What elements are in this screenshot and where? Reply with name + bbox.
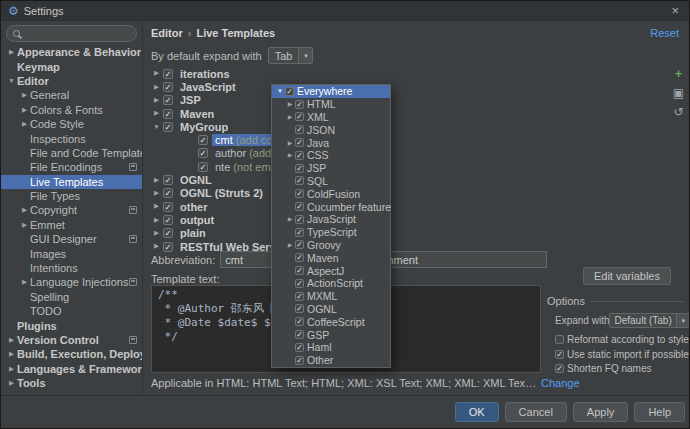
context-item-html[interactable]: ▶✓HTML [272,98,390,111]
search-input[interactable] [24,28,130,40]
checkbox[interactable]: ✓ [163,228,173,238]
checkbox[interactable]: ✓ [163,82,173,92]
chevron-right-icon[interactable]: ▶ [19,121,30,128]
context-item-coffeescript[interactable]: ✓CoffeeScript [272,315,390,328]
sidebar-item-live-templates[interactable]: Live Templates [1,175,142,189]
chevron-right-icon[interactable]: ▶ [6,380,17,387]
apply-button[interactable]: Apply [573,402,629,422]
checkbox[interactable]: ✓ [163,122,173,132]
chevron-right-icon[interactable]: ▶ [19,92,30,99]
context-item-json[interactable]: ✓JSON [272,123,390,136]
template-group-row-plain[interactable]: ▶✓plain [147,227,671,240]
sidebar-item-colors-fonts[interactable]: ▶Colors & Fonts [1,103,142,117]
chevron-right-icon[interactable]: ▶ [6,366,17,373]
checkbox[interactable]: ✓ [163,69,173,79]
chevron-right-icon[interactable]: ▶ [6,337,17,344]
sidebar-item-plugins[interactable]: Plugins [1,318,142,332]
checkbox[interactable]: ✓ [295,176,304,185]
sidebar-item-images[interactable]: Images [1,246,142,260]
checkbox[interactable]: ✓ [163,95,173,105]
chevron-right-icon[interactable]: ▶ [6,49,17,56]
sidebar-item-copyright[interactable]: ▶Copyright [1,203,142,217]
context-item-gsp[interactable]: ✓GSP [272,328,390,341]
checkbox[interactable]: ✓ [163,202,173,212]
checkbox[interactable]: ✓ [295,215,304,224]
checkbox[interactable]: ✓ [295,151,304,160]
template-group-row-ognl[interactable]: ▶✓OGNL [147,173,671,186]
checkbox[interactable]: ✓ [163,175,173,185]
context-item-sql[interactable]: ✓SQL [272,175,390,188]
checkbox[interactable]: ✓ [285,87,294,96]
option-reformat-according-to-style[interactable]: Reformat according to style [555,334,685,345]
context-item-coldfusion[interactable]: ✓ColdFusion [272,187,390,200]
chevron-right-icon[interactable]: ▶ [285,140,295,146]
checkbox[interactable]: ✓ [295,164,304,173]
checkbox[interactable]: ✓ [163,242,173,252]
checkbox[interactable]: ✓ [198,135,208,145]
chevron-right-icon[interactable]: ▶ [151,230,162,237]
sidebar-item-editor[interactable]: ▼Editor [1,74,142,88]
sidebar-item-languages-frameworks[interactable]: ▶Languages & Frameworks [1,362,142,376]
chevron-right-icon[interactable]: ▶ [285,242,295,248]
checkbox[interactable]: ✓ [295,304,304,313]
context-item-cucumber-feature[interactable]: ✓Cucumber feature [272,200,390,213]
option-shorten-fq-names[interactable]: ✓Shorten FQ names [555,363,685,374]
change-link[interactable]: Change [541,377,580,389]
checkbox[interactable]: ✓ [295,317,304,326]
context-item-java[interactable]: ▶✓Java [272,136,390,149]
help-button[interactable]: Help [634,402,685,422]
settings-search[interactable] [6,25,137,42]
chevron-down-icon[interactable]: ▼ [275,88,285,94]
chevron-right-icon[interactable]: ▶ [19,207,30,214]
checkbox[interactable]: ✓ [295,112,304,121]
restore-defaults-icon[interactable]: ↺ [673,106,683,118]
template-group-row-other[interactable]: ▶✓other [147,200,671,213]
template-group-row-output[interactable]: ▶✓output [147,213,671,226]
add-icon[interactable]: + [675,67,683,80]
template-group-row-jsp[interactable]: ▶✓JSP [147,94,671,107]
checkbox[interactable]: ✓ [163,109,173,119]
context-item-jsp[interactable]: ✓JSP [272,162,390,175]
sidebar-item-inspections[interactable]: Inspections [1,131,142,145]
template-group-row-maven[interactable]: ▶✓Maven [147,107,671,120]
template-row-nte[interactable]: ✓nte(not empty) [147,160,671,173]
chevron-right-icon[interactable]: ▶ [285,152,295,158]
chevron-right-icon[interactable]: ▶ [151,190,162,197]
chevron-right-icon[interactable]: ▶ [151,217,162,224]
chevron-right-icon[interactable]: ▶ [151,84,162,91]
chevron-down-icon[interactable]: ▼ [151,124,162,131]
default-expand-select[interactable]: Tab ▾ [268,47,314,64]
checkbox[interactable]: ✓ [295,125,304,134]
sidebar-item-todo[interactable]: TODO [1,304,142,318]
duplicate-icon[interactable]: ▣ [673,87,684,99]
checkbox[interactable]: ✓ [295,202,304,211]
abbreviation-input[interactable] [220,251,278,268]
checkbox[interactable]: ✓ [295,240,304,249]
checkbox[interactable] [555,335,564,344]
template-group-row-iterations[interactable]: ▶✓iterations [147,67,671,80]
sidebar-item-emmet[interactable]: ▶Emmet [1,218,142,232]
chevron-right-icon[interactable]: ▶ [151,70,162,77]
chevron-right-icon[interactable]: ▶ [6,351,17,358]
template-group-row-ognl-struts-2[interactable]: ▶✓OGNL (Struts 2) [147,187,671,200]
sidebar-item-spelling[interactable]: Spelling [1,290,142,304]
option-use-static-import-if-possible[interactable]: ✓Use static import if possible [555,349,685,360]
context-item-maven[interactable]: ✓Maven [272,251,390,264]
chevron-down-icon[interactable]: ▼ [6,78,17,85]
checkbox[interactable]: ✓ [555,364,564,373]
sidebar-item-version-control[interactable]: ▶Version Control [1,333,142,347]
cancel-button[interactable]: Cancel [505,402,567,422]
sidebar-item-appearance-behavior[interactable]: ▶Appearance & Behavior [1,45,142,59]
context-item-everywhere[interactable]: ▼✓Everywhere [272,85,390,98]
sidebar-item-file-encodings[interactable]: File Encodings [1,160,142,174]
chevron-right-icon[interactable]: ▶ [151,97,162,104]
checkbox[interactable]: ✓ [295,292,304,301]
checkbox[interactable]: ✓ [295,189,304,198]
sidebar-item-intentions[interactable]: Intentions [1,261,142,275]
chevron-right-icon[interactable]: ▶ [151,243,162,250]
ok-button[interactable]: OK [455,402,499,422]
sidebar-item-keymap[interactable]: Keymap [1,59,142,73]
chevron-right-icon[interactable]: ▶ [19,107,30,114]
checkbox[interactable]: ✓ [295,343,304,352]
sidebar-item-general[interactable]: ▶General [1,88,142,102]
